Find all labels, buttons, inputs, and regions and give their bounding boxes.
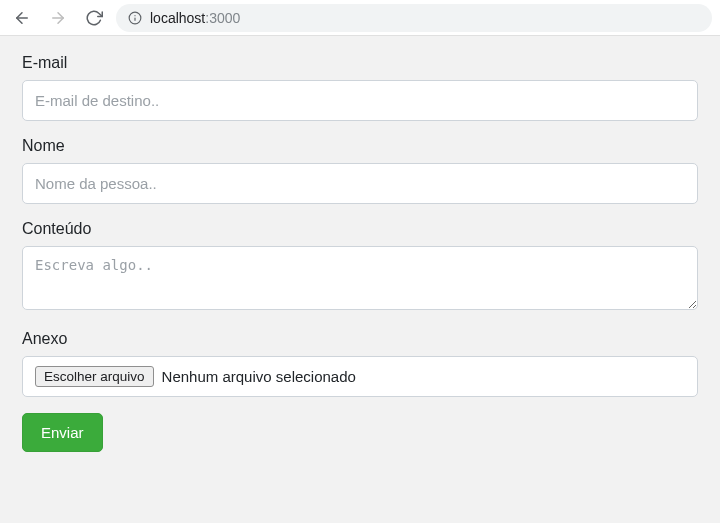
address-bar[interactable]: localhost:3000 [116,4,712,32]
url-host: localhost [150,10,205,26]
name-group: Nome [22,137,698,204]
file-status-text: Nenhum arquivo selecionado [162,368,356,385]
back-button[interactable] [8,4,36,32]
forward-button[interactable] [44,4,72,32]
email-label: E-mail [22,54,698,72]
reload-button[interactable] [80,4,108,32]
name-input[interactable] [22,163,698,204]
browser-toolbar: localhost:3000 [0,0,720,36]
content-group: Conteúdo [22,220,698,314]
reload-icon [85,9,103,27]
content-label: Conteúdo [22,220,698,238]
arrow-left-icon [13,9,31,27]
file-input-wrap[interactable]: Escolher arquivo Nenhum arquivo selecion… [22,356,698,397]
submit-button[interactable]: Enviar [22,413,103,452]
url-text: localhost:3000 [150,10,240,26]
attachment-group: Anexo Escolher arquivo Nenhum arquivo se… [22,330,698,397]
email-group: E-mail [22,54,698,121]
attachment-label: Anexo [22,330,698,348]
url-port: :3000 [205,10,240,26]
info-icon [128,11,142,25]
arrow-right-icon [49,9,67,27]
email-input[interactable] [22,80,698,121]
choose-file-button[interactable]: Escolher arquivo [35,366,154,387]
content-textarea[interactable] [22,246,698,310]
name-label: Nome [22,137,698,155]
page-body: E-mail Nome Conteúdo Anexo Escolher arqu… [0,36,720,523]
